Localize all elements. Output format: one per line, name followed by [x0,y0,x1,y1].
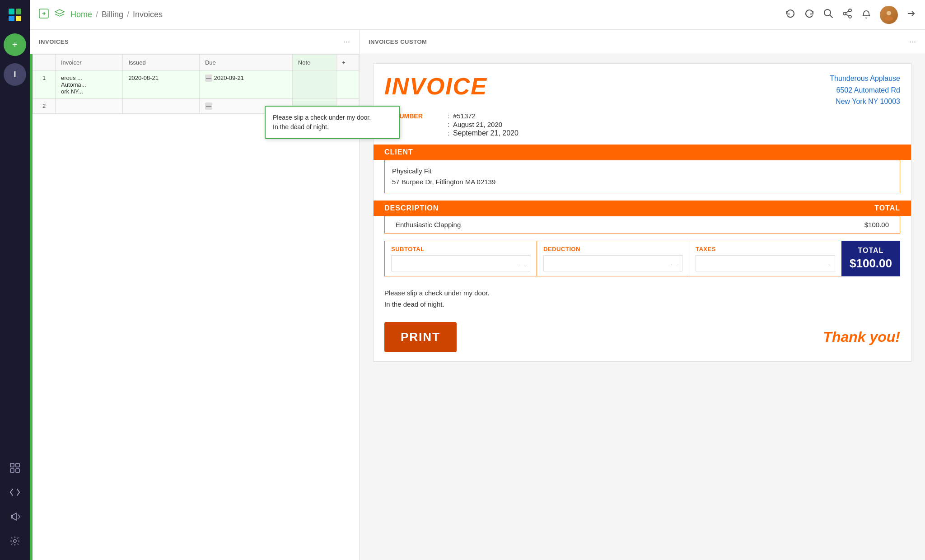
settings-icon[interactable] [5,531,25,551]
svg-rect-3 [16,469,19,472]
desc-section-header: DESCRIPTION TOTAL [374,201,911,216]
svg-point-15 [885,16,893,21]
invoice-issued-row: D : August 21, 2020 [384,121,900,128]
taxes-cell: TAXES — [689,241,841,276]
invoice-preview-menu[interactable]: ··· [909,37,916,47]
row-2-due-icon[interactable]: — [205,103,212,110]
subtotal-value: — [391,255,530,271]
row-2-invoicer [56,99,123,114]
collapse-panel-icon[interactable] [906,9,916,21]
invoice-number-row: CE NUMBER : #51372 [384,112,900,120]
col-header-add[interactable]: + [336,55,359,71]
invoice-preview-title: INVOICES Custom [369,38,427,45]
col-header-invoicer: Invoicer [56,55,123,71]
row-1-issued: 2020-08-21 [123,71,200,99]
invoice-meta: CE NUMBER : #51372 D : August 21, 2020 D… [374,112,911,145]
client-name: Physically Fit [392,166,892,177]
redo-button[interactable] [804,8,815,22]
diagram-icon[interactable] [5,458,25,478]
breadcrumb-invoices[interactable]: Invoices [133,10,163,19]
desc-item-row: Enthusiastic Clapping $100.00 [384,216,900,233]
note-tooltip-line2: In the dead of night. [273,122,392,132]
svg-line-8 [830,15,833,18]
layers-icon [54,9,65,21]
invoice-issued-value: August 21, 2020 [453,121,502,128]
app-logo [0,0,30,30]
nav-export-icon[interactable] [39,9,49,21]
invoice-preview-area: INVOICE Thunderous Applause 6502 Automat… [360,54,925,560]
due-expand-icon[interactable]: — [205,75,212,82]
desc-item-name: Enthusiastic Clapping [396,221,461,229]
thank-you-text: Thank you! [823,329,900,345]
note-tooltip: Please slip a check under my door. In th… [265,106,400,139]
invoice-document: INVOICE Thunderous Applause 6502 Automat… [373,63,911,362]
content-area: INVOICES ··· Invoicer Issued Due Note [30,30,925,560]
invoices-panel-menu[interactable]: ··· [343,37,350,47]
company-address1: 6502 Automated Rd [830,84,900,96]
table-row[interactable]: 1 erous ... Automa... ork NY... 2020-08-… [33,71,359,99]
row-1-num: 1 [33,71,56,99]
taxes-value: — [696,255,835,271]
print-button[interactable]: PRINT [384,322,457,352]
svg-rect-0 [10,463,14,467]
topbar: Home / Billing / Invoices [30,0,925,30]
bell-icon[interactable] [861,8,872,22]
invoice-company: Thunderous Applause 6502 Automated Rd Ne… [830,73,900,107]
invoice-title: INVOICE [384,73,487,100]
invoices-panel-header: INVOICES ··· [30,30,359,54]
topbar-actions [785,6,916,24]
grand-total-box: TOTAL $100.00 [841,241,900,276]
code-icon[interactable] [5,482,25,502]
svg-marker-6 [55,9,64,14]
grand-total-value: $100.00 [850,257,892,271]
invoice-preview-header: INVOICES Custom ··· [360,30,925,54]
row-2-issued [123,99,200,114]
deduction-label: DEDUCTION [543,246,682,252]
invoice-note-line2: In the dead of night. [384,299,900,310]
undo-button[interactable] [785,8,796,22]
megaphone-icon[interactable] [5,507,25,527]
invoice-totals: SUBTOTAL — DEDUCTION — TAXES — [384,241,900,276]
svg-line-13 [846,11,849,13]
sidebar: + I [0,0,30,560]
row-1-note[interactable] [292,71,336,99]
grand-total-label: TOTAL [858,247,884,255]
breadcrumb-billing[interactable]: Billing [102,10,123,19]
invoice-header: INVOICE Thunderous Applause 6502 Automat… [374,64,911,112]
svg-point-11 [849,15,851,18]
share-icon[interactable] [842,8,853,22]
svg-point-14 [887,11,891,15]
breadcrumb-sep-1: / [96,10,98,19]
client-section-body: Physically Fit 57 Burpee Dr, Fitlington … [384,160,900,193]
row-1-due: — 2020-09-21 [199,71,292,99]
taxes-label: TAXES [696,246,835,252]
invoice-due-row: DUE : September 21, 2020 [384,129,900,137]
desc-label: DESCRIPTION [384,204,439,212]
invoice-due-value: September 21, 2020 [453,129,519,137]
breadcrumb-home[interactable]: Home [70,10,92,19]
active-sidebar-item[interactable]: I [4,63,26,86]
subtotal-cell: SUBTOTAL — [385,241,537,276]
col-header-note: Note [292,55,336,71]
invoice-number-value: #51372 [453,112,476,120]
row-1-invoicer: erous ... Automa... ork NY... [56,71,123,99]
user-avatar[interactable] [880,6,898,24]
invoices-panel-title: INVOICES [39,38,69,45]
note-tooltip-line1: Please slip a check under my door. [273,113,392,122]
col-header-issued: Issued [123,55,200,71]
company-name: Thunderous Applause [830,73,900,84]
svg-rect-2 [10,469,14,472]
add-button[interactable]: + [4,33,26,56]
row-2-num: 2 [33,99,56,114]
search-icon[interactable] [823,8,834,22]
invoice-note: Please slip a check under my door. In th… [374,284,911,317]
main-content: Home / Billing / Invoices [30,0,925,560]
invoice-note-line1: Please slip a check under my door. [384,287,900,299]
invoice-preview-panel: INVOICES Custom ··· INVOICE Thunderous A… [360,30,925,560]
svg-line-12 [846,14,849,16]
desc-item-total: $100.00 [864,221,889,229]
svg-rect-1 [16,463,19,467]
breadcrumb: Home / Billing / Invoices [70,10,163,19]
svg-point-10 [843,12,846,15]
total-label: TOTAL [874,204,900,212]
